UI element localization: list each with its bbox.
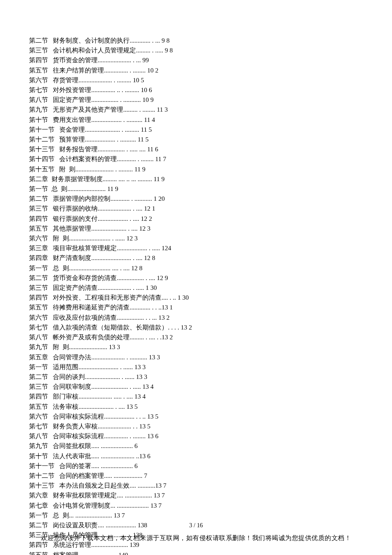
toc-line: 第二章 财务票据管理制度......... .... .. ... ......… [29, 174, 363, 184]
toc-line: 第九节 附 则........................ 13 3 [29, 342, 363, 352]
toc-line: 第五节 待摊费用和递延资产的清查............. . . ..13 1 [29, 303, 363, 312]
toc-line: 第十节 费用支出管理................... . ........… [29, 115, 363, 125]
toc-line: 第十二节 合同的档案管理..... .................. 7 [29, 471, 363, 481]
toc-line: 第五节 其他票据管理...................... . .... … [29, 224, 363, 234]
toc-line: 第十四节 会计档案资料的管理............ . ........ 11… [29, 154, 363, 164]
toc-line: 第一节 总 则... ....................... 13 7 [29, 511, 363, 520]
toc-line: 第七节 对外投资管理............... .. . .........… [29, 85, 363, 95]
toc-line: 第四节 对外投资、工程项目和无形资产的清查.... . .. 1 30 [29, 293, 363, 303]
toc-line: 第四节 银行票据的支付................... . .... 12… [29, 214, 363, 224]
toc-line: 第三节 合同联审制度....................... . ....… [29, 382, 363, 392]
toc-line: 第九节 无形资产及其他资产管理......... . ........ 11 3 [29, 105, 363, 115]
toc-line: 第八节 帐外资产及或有负债的处理......... . .... . .13 2 [29, 332, 363, 342]
toc-line: 第三章 项目审批核算管理规定................... . ....… [29, 243, 363, 253]
toc-line: 第三节 会计机构和会计人员管理规定......... . ..... 9 8 [29, 46, 363, 55]
toc-line: 第二节 财务制度、会计制度的执行............. . ... 9 8 [29, 36, 363, 46]
footer-text: 欢迎您阅读并下载本文档，本文档来源于互联网，如有侵权请联系删除！我们将竭诚为您提… [0, 534, 392, 542]
toc-line: 第二节 合同的谈判...................... . ......… [29, 372, 363, 382]
toc-line: 第十五节 附 则........................ . .....… [29, 165, 363, 174]
toc-line: 第九节 合同签批权限..... .................... 6 [29, 441, 363, 451]
toc-line: 第五节 档案管理........................ 140 [29, 550, 363, 555]
toc-line: 第十一节 资金管理...................... . ......… [29, 125, 363, 135]
toc-line: 第十三节 财务报告管理................. . ..... ...… [29, 145, 363, 154]
toc-line: 第七节 借入款项的清查（短期借款、长期借款）. . . . 13 2 [29, 323, 363, 332]
toc-line: 第八节 固定资产管理................. . ..........… [29, 95, 363, 105]
page-footer: 3 / 16 欢迎您阅读并下载本文档，本文档来源于互联网，如有侵权请联系删除！我… [0, 522, 392, 542]
toc-line: 第三节 固定资产的清查..................... . .....… [29, 283, 363, 293]
toc-line: 第四节 部门审核..................... ..... . ..… [29, 392, 363, 402]
toc-line: 第三节 银行票据的收纳..................... . .... … [29, 204, 363, 214]
toc-line: 第十二节 预算管理................... . .........… [29, 135, 363, 145]
toc-line: 第五章 合同管理办法..................... . ......… [29, 353, 363, 362]
toc-line: 第五节 往来户结算的管理............... . ........ 1… [29, 66, 363, 75]
page-number: 3 / 16 [0, 522, 392, 529]
toc-line: 第十三节 本办法自颁发之日起生效.... ...........13 7 [29, 481, 363, 491]
toc-line: 第六节 应收及应付款项的清查................. . . ... … [29, 313, 363, 323]
toc-line: 第四节 货币资金的管理..................... . ... 9… [29, 55, 363, 65]
toc-line: 第四章 财产清查制度......................... . ..… [29, 253, 363, 263]
toc-line: 第六节 附 则.......................... . ....… [29, 234, 363, 243]
toc-line: 第七章 会计电算化管理制度... .................... 13… [29, 501, 363, 511]
toc-line: 第一节 总 则........................ 11 9 [29, 184, 363, 194]
toc-line: 第八节 合同审核实际流程............... . ........ 1… [29, 431, 363, 441]
toc-line: 第二节 货币资金和存货的清查................. . .... 1… [29, 273, 363, 283]
toc-line: 第一节 总 则.......................... .... .… [29, 263, 363, 273]
toc-line: 第一节 适用范围......................... . ....… [29, 362, 363, 372]
toc-content: 第二节 财务制度、会计制度的执行............. . ... 9 8第… [0, 0, 392, 555]
toc-line: 第六节 合同审核实际流程................... . . .. 1… [29, 412, 363, 422]
toc-line: 第二节 票据管理的内部控制............ . ........... … [29, 194, 363, 204]
toc-line: 第十一节 合同的签署..... .................... 6 [29, 461, 363, 471]
toc-line: 第六节 存货管理..................... . ........… [29, 75, 363, 85]
toc-line: 第六章 财务审批权限管理规定.... ................. 13 … [29, 491, 363, 500]
toc-line: 第十节 法人代表审批..... ..................... ..… [29, 451, 363, 461]
toc-line: 第七节 财务负责人审核..................... . . 13 … [29, 422, 363, 431]
toc-line: 第五节 法务审核...................... . .... 13… [29, 402, 363, 412]
